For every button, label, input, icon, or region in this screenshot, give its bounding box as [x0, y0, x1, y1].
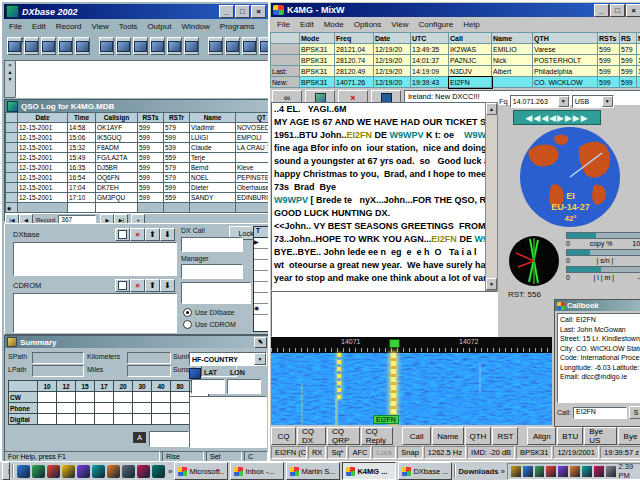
quicklaunch-icon-2[interactable]	[32, 465, 45, 478]
macro-bye-us[interactable]: Bye US	[584, 427, 617, 445]
log-col-call[interactable]: Call	[449, 33, 492, 44]
quicklaunch-icon-3[interactable]	[47, 465, 60, 478]
summary-tool-button[interactable]: ✎	[254, 337, 267, 348]
dxbase-menu-tools[interactable]: Tools	[114, 20, 143, 33]
dxbase-down-button[interactable]: ⬇	[160, 228, 175, 241]
tray-icon-2[interactable]	[523, 466, 533, 477]
macro-cq-qrp[interactable]: CQ QRP	[327, 427, 360, 445]
tray-icon-6[interactable]	[570, 466, 580, 477]
log-col-rowlabel[interactable]	[271, 33, 300, 44]
macro-rst[interactable]: RST	[492, 427, 518, 445]
tray-icon-3[interactable]	[535, 466, 545, 477]
mixw-titlebar[interactable]: K4MG - MixW _ □ ×	[271, 3, 640, 17]
indent-icon[interactable]	[150, 37, 165, 55]
quicklaunch-icon-5[interactable]	[77, 465, 90, 478]
log-col-name[interactable]: Name	[492, 33, 533, 44]
tray-icon-8[interactable]	[594, 466, 604, 477]
taskbar-button-k4mg[interactable]: K4MG ...	[342, 462, 396, 480]
callbook-call-input[interactable]: EI2FN	[573, 407, 627, 419]
macro-qth[interactable]: QTH	[465, 427, 492, 445]
macro-btu[interactable]: BTU	[557, 427, 583, 445]
status-rx[interactable]: RX	[308, 446, 326, 459]
mixw-log-grid[interactable]: ModeFreqDateUTCCallNameQTHRSTsRSNotesBPS…	[270, 32, 640, 88]
qso-col-callsign[interactable]: Callsign	[96, 113, 138, 123]
macro-name[interactable]: Name	[432, 427, 463, 445]
quicklaunch-icon-9[interactable]	[137, 465, 150, 478]
print-preview-icon[interactable]: A	[133, 432, 146, 443]
rx-pane[interactable]: ..4 EL. YAGI..6MMY AGE IS 67 AND WE HAVE…	[271, 102, 489, 291]
log-col-utc[interactable]: UTC	[411, 33, 449, 44]
cdrom-listbox[interactable]	[13, 293, 177, 333]
status-snap[interactable]: Snap	[397, 446, 423, 459]
quicklaunch-icon-8[interactable]	[122, 465, 135, 478]
qso-log-table[interactable]: DateTimeCallsignRSTsRSTrNameQT12-15-2001…	[5, 112, 288, 213]
manager-input[interactable]	[181, 264, 243, 279]
tune-flag-icon[interactable]	[389, 339, 400, 348]
preview-icon[interactable]	[41, 37, 56, 55]
macro-call[interactable]: Call	[402, 427, 431, 445]
macro-cq-reply[interactable]: CQ Reply	[361, 427, 394, 445]
waterfall-callsign-flag[interactable]: EI2FN	[373, 415, 399, 424]
image-icon[interactable]	[58, 37, 73, 55]
dxbase-minimize-button[interactable]: _	[219, 5, 234, 18]
country-combo-dropdown[interactable]: ▼	[254, 353, 266, 365]
dxbase-new-button[interactable]	[115, 228, 130, 241]
dxbase-delete-button[interactable]: ×	[130, 228, 145, 241]
mixw-maximize-button[interactable]: □	[610, 4, 625, 17]
mixw-minimize-button[interactable]: _	[594, 4, 609, 17]
status-sq[interactable]: Sq*	[327, 446, 347, 459]
tray-icon-5[interactable]	[558, 466, 568, 477]
macro-cq-dx[interactable]: CQ DX	[297, 427, 326, 445]
freq-combo-dropdown[interactable]: ▼	[558, 96, 569, 107]
columns-icon[interactable]	[116, 37, 131, 55]
downloads-toolbar[interactable]: Downloads	[458, 467, 498, 476]
table-row[interactable]: 12-15-200117:10GM3PQU599559SANDYEDINBURG…	[6, 193, 288, 203]
delete-icon[interactable]	[184, 37, 199, 55]
scroll-down-button[interactable]: ▼	[486, 278, 497, 290]
log-col-date[interactable]: Date	[374, 33, 411, 44]
sideband-combo[interactable]: USB ▼	[572, 95, 614, 108]
mixw-menu-help[interactable]: Help	[458, 18, 484, 31]
dxbase-notes-area[interactable]	[15, 60, 268, 98]
table-row[interactable]: 12-15-200116:54OQ6FN599579NOELPEPINSTER	[6, 173, 288, 183]
tray-icon-4[interactable]	[546, 466, 556, 477]
taskbar-button-dxbase[interactable]: DXbase ...	[398, 462, 452, 480]
qso-log-titlebar[interactable]: QSO Log for K4MG.MDB	[5, 100, 269, 112]
cdrom-new-button[interactable]	[115, 279, 130, 292]
log-col-rsts[interactable]: RSTs	[598, 33, 620, 44]
dxbase-menu-record[interactable]: Record	[51, 20, 87, 33]
qso-col-time[interactable]: Time	[68, 113, 96, 123]
tx-pane[interactable]	[271, 291, 498, 337]
quicklaunch-icon-10[interactable]	[152, 465, 165, 478]
log-row[interactable]: Last:BPSK3128120.4912/19/2014:19:09N3DJV…	[271, 66, 640, 77]
mixw-menu-options[interactable]: Options	[349, 18, 387, 31]
mixw-menu-mode[interactable]: Mode	[319, 18, 349, 31]
use-cdrom-radio[interactable]: Use CDROM	[183, 320, 236, 329]
lon-input[interactable]	[227, 379, 261, 394]
print-icon[interactable]	[7, 37, 22, 55]
table-row[interactable]: 12-15-200115:32F8ADM599539ClaudeLA CRAU …	[6, 143, 288, 153]
dxbase-menu-file[interactable]: File	[4, 20, 27, 33]
log-col-notes[interactable]: Notes	[637, 33, 640, 44]
mixw-menu-configure[interactable]: Configure	[413, 18, 458, 31]
lat-input[interactable]	[191, 379, 225, 394]
cdrom-down-button[interactable]: ⬇	[160, 279, 175, 292]
tray-icon-9[interactable]	[606, 466, 616, 477]
qso-entry-row[interactable]: ◉	[6, 203, 288, 213]
taskbar-button-inbox[interactable]: Inbox -...	[230, 462, 284, 480]
macro-align[interactable]: Align	[527, 427, 556, 445]
quicklaunch-icon-4[interactable]	[62, 465, 75, 478]
callbook-search-button[interactable]: S	[629, 406, 640, 419]
cdrom-delete-button[interactable]: ×	[130, 279, 145, 292]
window-swap-icon[interactable]	[167, 37, 182, 55]
table-row[interactable]: 12-15-200115:06IK5GUQ599599LUIGIEMPOLI	[6, 133, 288, 143]
sideband-combo-dropdown[interactable]: ▼	[602, 96, 613, 107]
summary-input[interactable]	[149, 431, 189, 447]
dxbase-menu-output[interactable]: Output	[142, 20, 176, 33]
list-icon[interactable]	[99, 37, 114, 55]
waterfall[interactable]: 14071 14072 EI2FN	[271, 337, 552, 425]
waterfall-scale[interactable]: 14071 14072	[271, 337, 552, 353]
dxbase-up-button[interactable]: ⬆	[145, 228, 160, 241]
log-col-rs[interactable]: RS	[620, 33, 637, 44]
qso-col-name[interactable]: Name	[190, 113, 236, 123]
